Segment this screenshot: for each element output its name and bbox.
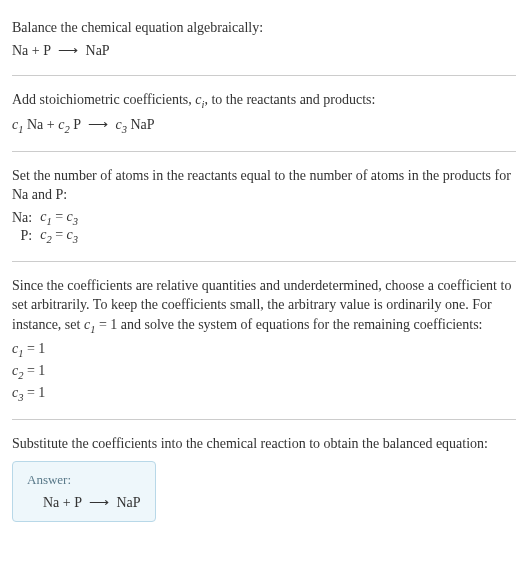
coef-c1: c1 [12, 117, 23, 132]
plus-sign: + [28, 43, 43, 58]
reactant-p: P [43, 43, 50, 58]
arrow-icon: ⟶ [58, 42, 78, 59]
arrow-icon: ⟶ [89, 494, 109, 511]
step3-text: Since the coefficients are relative quan… [12, 276, 516, 338]
intro-title: Balance the chemical equation algebraica… [12, 18, 516, 38]
divider [12, 75, 516, 76]
answer-box: Answer: Na + P ⟶ NaP [12, 461, 156, 522]
product-nap: NaP [86, 43, 110, 58]
arrow-icon: ⟶ [88, 116, 108, 133]
step2-text: Set the number of atoms in the reactants… [12, 166, 516, 205]
eq-part-r3: NaP [127, 117, 155, 132]
atom-eq-p: c2 = c3 [40, 227, 78, 245]
divider [12, 261, 516, 262]
solution-c2: c2 = 1 [12, 363, 516, 381]
divider [12, 419, 516, 420]
atom-table: Na: c1 = c3 P: c2 = c3 [12, 209, 78, 245]
eq-part-r2: P [70, 117, 84, 132]
step4-text: Substitute the coefficients into the che… [12, 434, 516, 454]
reactant-na: Na [12, 43, 28, 58]
solution-c3: c3 = 1 [12, 385, 516, 403]
step1-text-after: , to the reactants and products: [204, 92, 375, 107]
step2-section: Set the number of atoms in the reactants… [12, 156, 516, 257]
atom-label-na: Na: [12, 209, 40, 227]
intro-equation: Na + P ⟶ NaP [12, 42, 516, 59]
step3-text-b: = 1 and solve the system of equations fo… [95, 317, 482, 332]
step1-equation: c1 Na + c2 P ⟶ c3 NaP [12, 116, 516, 135]
atom-row-na: Na: c1 = c3 [12, 209, 78, 227]
eq-part-r1: Na + [23, 117, 58, 132]
step1-text: Add stoichiometric coefficients, ci, to … [12, 90, 516, 112]
solution-c1: c1 = 1 [12, 341, 516, 359]
coef-c2: c2 [58, 117, 69, 132]
atom-row-p: P: c2 = c3 [12, 227, 78, 245]
coef-c3: c3 [115, 117, 126, 132]
step4-section: Substitute the coefficients into the che… [12, 424, 516, 531]
intro-section: Balance the chemical equation algebraica… [12, 8, 516, 71]
answer-label: Answer: [27, 472, 141, 488]
answer-equation: Na + P ⟶ NaP [27, 494, 141, 511]
answer-rhs: NaP [113, 495, 141, 510]
answer-lhs: Na + P [43, 495, 85, 510]
step3-section: Since the coefficients are relative quan… [12, 266, 516, 415]
atom-label-p: P: [12, 227, 40, 245]
divider [12, 151, 516, 152]
atom-eq-na: c1 = c3 [40, 209, 78, 227]
step1-text-before: Add stoichiometric coefficients, [12, 92, 195, 107]
step1-section: Add stoichiometric coefficients, ci, to … [12, 80, 516, 147]
coef-c1-inline: c1 [84, 317, 95, 332]
